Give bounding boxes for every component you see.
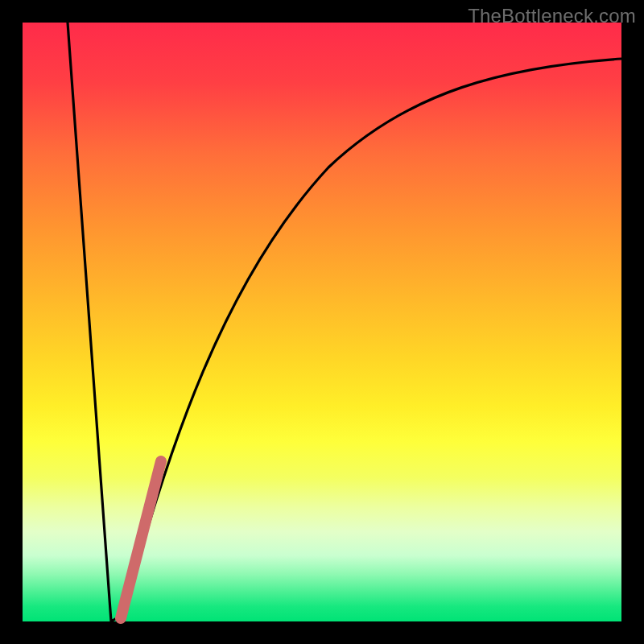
chart-frame: TheBottleneck.com [0, 0, 644, 644]
bottleneck-curve [68, 23, 621, 621]
curve-layer [23, 23, 621, 621]
watermark-text: TheBottleneck.com [468, 5, 636, 27]
pink-highlight-segment [121, 461, 161, 618]
plot-area [23, 23, 621, 621]
